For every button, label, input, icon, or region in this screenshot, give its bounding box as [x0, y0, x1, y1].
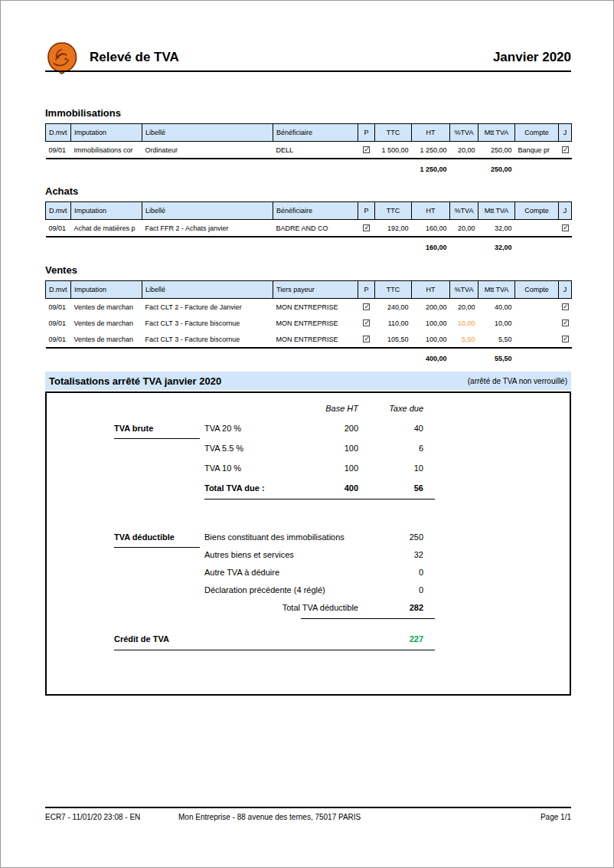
- immobilisations-table: D.mvt Imputation Libellé Bénéficiaire P …: [45, 123, 572, 177]
- base-value: 100: [293, 463, 358, 473]
- cell-libelle: Fact CLT 3 - Facture biscornue: [142, 331, 273, 348]
- footer-divider: [45, 807, 571, 808]
- cell-ht: 200,00: [412, 299, 450, 316]
- cell-imputation: Ventes de marchan: [71, 331, 142, 348]
- col-header: D.mvt: [46, 281, 71, 299]
- section-heading: Ventes: [45, 264, 571, 276]
- col-header: D.mvt: [46, 202, 71, 220]
- col-header: Libellé: [142, 124, 273, 142]
- col-header: %TVA: [450, 281, 478, 299]
- cell-paid: [358, 331, 375, 348]
- cell-tva-pct: 20,00: [450, 299, 478, 316]
- deductible-row: Autres biens et services 32: [47, 550, 570, 559]
- cell-ttc: 1 500,00: [375, 142, 412, 159]
- col-header: P: [358, 281, 375, 299]
- checked-checkbox-icon[interactable]: [562, 336, 569, 342]
- col-header: Compte: [515, 281, 559, 299]
- report-footer: ECR7 - 11/01/20 23:08 - EN Mon Entrepris…: [45, 813, 571, 821]
- tva-rate-label: TVA 10 %: [204, 463, 293, 473]
- checked-checkbox-icon[interactable]: [363, 146, 370, 153]
- report-page: Relevé de TVA Janvier 2020 Immobilisatio…: [0, 0, 614, 868]
- col-header: D.mvt: [46, 124, 71, 142]
- total-ht: 160,00: [412, 237, 450, 255]
- col-header: Mtt TVA: [478, 281, 515, 299]
- col-header: TTC: [375, 202, 412, 220]
- deductible-value: 0: [358, 585, 423, 594]
- deductible-item-label: Déclaration précédente (4 réglé): [204, 585, 293, 594]
- cell-ttc: 105,50: [375, 331, 412, 348]
- total-tva: 32,00: [478, 237, 515, 255]
- col-header: Imputation: [71, 124, 142, 142]
- cell-ttc: 110,00: [375, 315, 412, 331]
- app-logo-icon: [45, 41, 79, 74]
- total-tva-due-label: Total TVA due :: [204, 483, 293, 493]
- cell-tiers: MON ENTREPRISE: [273, 315, 358, 331]
- period-label: Janvier 2020: [493, 50, 571, 65]
- cell-ttc: 240,00: [375, 299, 412, 316]
- achats-table: D.mvt Imputation Libellé Bénéficiaire P …: [45, 201, 572, 255]
- cell-journal: [559, 331, 572, 348]
- col-header: Tiers payeur: [273, 281, 358, 299]
- total-tva: 250,00: [478, 159, 515, 177]
- table-total-row: 160,00 32,00: [46, 237, 572, 255]
- tva-brute-underline: [114, 438, 200, 439]
- cell-tva-pct: 20,00: [450, 220, 478, 237]
- table-row: 09/01 Ventes de marchan Fact CLT 3 - Fac…: [46, 331, 572, 348]
- section-achats: Achats D.mvt Imputation Libellé Bénéfici…: [45, 185, 571, 255]
- table-row: 09/01 Ventes de marchan Fact CLT 3 - Fac…: [46, 315, 572, 331]
- col-header: %TVA: [450, 124, 478, 142]
- cell-libelle: Ordinateur: [142, 142, 273, 159]
- total-tva-due-underline: [204, 499, 435, 500]
- checked-checkbox-icon[interactable]: [363, 224, 370, 231]
- checked-checkbox-icon[interactable]: [562, 224, 569, 231]
- cell-compte: [515, 315, 559, 331]
- cell-tva-amount: 32,00: [478, 220, 515, 237]
- cell-tiers: MON ENTREPRISE: [273, 331, 358, 348]
- deductible-value: 32: [358, 550, 423, 559]
- col-header: Compte: [515, 202, 559, 220]
- col-header: Bénéficiaire: [273, 124, 358, 142]
- col-header: Mtt TVA: [478, 202, 515, 220]
- report-header: Relevé de TVA Janvier 2020: [45, 41, 571, 74]
- checked-checkbox-icon[interactable]: [363, 336, 370, 342]
- checked-checkbox-icon[interactable]: [562, 146, 569, 153]
- col-header: Libellé: [142, 281, 273, 299]
- cell-compte: [515, 331, 559, 348]
- cell-imputation: Ventes de marchan: [71, 315, 142, 331]
- cell-tva-amount: 5,50: [478, 331, 515, 348]
- cell-date: 09/01: [46, 299, 71, 316]
- cell-ht: 100,00: [412, 331, 450, 348]
- col-header: %TVA: [450, 202, 478, 220]
- col-header: J: [559, 281, 572, 299]
- checked-checkbox-icon[interactable]: [562, 319, 569, 326]
- section-heading: Immobilisations: [45, 107, 571, 119]
- col-header: Imputation: [71, 281, 142, 299]
- tva-rate-label: TVA 20 %: [204, 424, 293, 433]
- cell-tva-amount: 40,00: [478, 299, 515, 316]
- col-header: Libellé: [142, 202, 273, 220]
- checked-checkbox-icon[interactable]: [363, 303, 370, 310]
- taxe-due-column-header: Taxe due: [358, 404, 423, 413]
- tva-brute-row: TVA brute TVA 20 % 200 40: [47, 424, 570, 433]
- header-divider: [45, 70, 571, 72]
- section-immobilisations: Immobilisations D.mvt Imputation Libellé…: [45, 107, 571, 177]
- cell-tva-pct: 10,00: [450, 315, 478, 331]
- col-header: P: [358, 124, 375, 142]
- cell-ttc: 192,00: [375, 220, 412, 237]
- tva-deductible-underline: [114, 547, 200, 548]
- checked-checkbox-icon[interactable]: [562, 303, 569, 310]
- footer-company-address: Mon Entreprise - 88 avenue des ternes, 7…: [178, 813, 541, 821]
- tva-rate-row: TVA 10 % 100 10: [47, 463, 570, 473]
- deductible-value: 250: [358, 532, 423, 542]
- col-header: Imputation: [71, 202, 142, 220]
- checked-checkbox-icon[interactable]: [363, 319, 370, 326]
- col-header: J: [559, 124, 572, 142]
- taxe-value: 10: [358, 463, 423, 473]
- cell-paid: [358, 142, 375, 159]
- cell-ht: 1 250,00: [412, 142, 450, 159]
- summary-column-headers: Base HT Taxe due: [47, 404, 570, 413]
- total-ht: 1 250,00: [412, 159, 450, 177]
- table-total-row: 1 250,00 250,00: [46, 159, 572, 177]
- table-row: 09/01 Achat de matières p Fact FFR 2 - A…: [46, 220, 572, 237]
- table-header-row: D.mvt Imputation Libellé Tiers payeur P …: [46, 281, 572, 299]
